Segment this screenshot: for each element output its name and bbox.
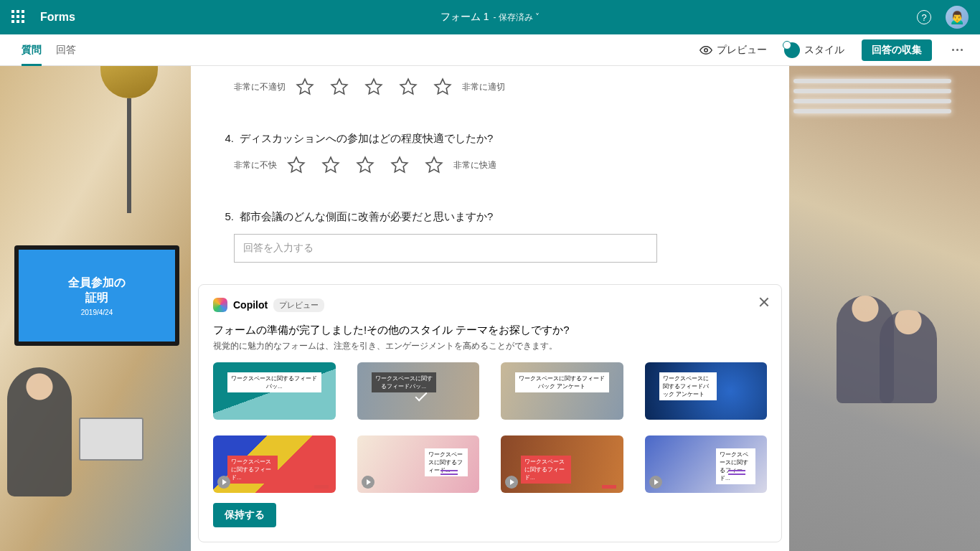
rating-high-label: 非常に適切 (462, 81, 505, 93)
star-3[interactable] (364, 77, 383, 96)
form-card: 非常に不適切 非常に適切 4. ディスカッションへの参加はどの程度快適でしたか?… (191, 66, 789, 551)
app-header: Forms フォーム 1 - 保存済み ˅ ? 🙍‍♂️ (0, 0, 980, 34)
keep-button[interactable]: 保持する (213, 503, 276, 527)
star-5[interactable] (433, 77, 452, 96)
presentation-screen: 全員参加の 証明 2019/4/24 (14, 245, 179, 346)
theme-option-3[interactable]: ワークスペースに関するフィードバック アンケート (501, 362, 623, 420)
help-icon[interactable]: ? (917, 10, 931, 24)
palette-icon (784, 42, 800, 58)
theme-option-1[interactable]: ワークスペースに関するフィードバッ... (213, 362, 336, 420)
collect-responses-button[interactable]: 回答の収集 (862, 39, 932, 61)
more-options-icon[interactable] (949, 46, 966, 54)
copilot-logo-icon (213, 298, 227, 312)
tab-responses[interactable]: 回答 (49, 34, 83, 66)
people-decoration (837, 281, 966, 496)
user-avatar[interactable]: 🙍‍♂️ (946, 6, 969, 29)
close-icon[interactable] (758, 296, 770, 308)
theme-grid: ワークスペースに関するフィードバッ... ワークスペースに関するフィードバッ..… (213, 362, 767, 493)
preview-button[interactable]: プレビュー (699, 44, 767, 57)
question-text: ディスカッションへの参加はどの程度快適でしたか? (240, 132, 493, 146)
form-title: フォーム 1 (440, 11, 489, 24)
play-icon (649, 476, 662, 489)
laptop-decoration (79, 418, 143, 461)
question-text: 都市会議のどんな側面に改善が必要だと思いますか? (240, 210, 493, 224)
star-2[interactable] (321, 156, 340, 174)
toolbar: 質問 回答 プレビュー スタイル 回答の収集 (0, 34, 980, 66)
star-4[interactable] (390, 156, 409, 174)
play-icon (217, 476, 230, 489)
theme-option-6[interactable]: ワークスペースに関するフィード... (357, 435, 480, 493)
question-3-rating: 非常に不適切 非常に適切 (220, 77, 760, 96)
copilot-title: フォームの準備が完了しました!その他のスタイル テーマをお探しですか? (213, 324, 767, 337)
tab-questions[interactable]: 質問 (14, 34, 49, 66)
play-icon (505, 476, 518, 489)
theme-option-2[interactable]: ワークスペースに関するフィードバッ... (357, 362, 480, 420)
saved-status: - 保存済み ˅ (494, 11, 540, 24)
question-number: 4. (220, 132, 234, 146)
star-3[interactable] (356, 156, 374, 174)
play-icon (362, 476, 374, 489)
copilot-subtitle: 視覚的に魅力的なフォームは、注意を引き、エンゲージメントを高めることができます。 (213, 340, 767, 352)
star-2[interactable] (330, 77, 349, 96)
question-4[interactable]: 4. ディスカッションへの参加はどの程度快適でしたか? 非常に不快 非常に快適 (220, 132, 760, 174)
form-title-dropdown[interactable]: フォーム 1 - 保存済み ˅ (440, 11, 540, 24)
answer-input[interactable]: 回答を入力する (234, 234, 657, 263)
style-button[interactable]: スタイル (784, 42, 844, 58)
eye-icon (699, 44, 712, 57)
theme-option-4[interactable]: ワークスペースに関するフィードバック アンケート (645, 362, 768, 420)
star-1[interactable] (287, 156, 306, 174)
app-launcher-icon[interactable] (11, 10, 26, 24)
copilot-panel: Copilot プレビュー フォームの準備が完了しました!その他のスタイル テー… (198, 284, 782, 542)
theme-option-8[interactable]: ワークスペースに関するフィード... (645, 435, 768, 493)
rating-low-label: 非常に不適切 (234, 81, 286, 93)
copilot-label: Copilot (233, 299, 268, 311)
lamp-decoration (100, 66, 158, 213)
question-5[interactable]: 5. 都市会議のどんな側面に改善が必要だと思いますか? 回答を入力する (220, 210, 760, 263)
ceiling-lights (793, 73, 951, 131)
star-4[interactable] (399, 77, 418, 96)
person-decoration (7, 367, 72, 496)
question-number: 5. (220, 210, 234, 224)
star-1[interactable] (296, 77, 314, 96)
star-5[interactable] (425, 156, 443, 174)
app-name: Forms (40, 11, 75, 24)
rating-high-label: 非常に快適 (453, 159, 496, 171)
preview-badge: プレビュー (273, 298, 324, 312)
theme-option-5[interactable]: ワークスペースに関するフィード... (213, 435, 336, 493)
canvas: 全員参加の 証明 2019/4/24 非常に不適切 非常に適切 4. ディスカッ… (0, 66, 980, 551)
rating-low-label: 非常に不快 (234, 159, 277, 171)
theme-option-7[interactable]: ワークスペースに関するフィード... (501, 435, 623, 493)
svg-point-0 (705, 48, 708, 52)
